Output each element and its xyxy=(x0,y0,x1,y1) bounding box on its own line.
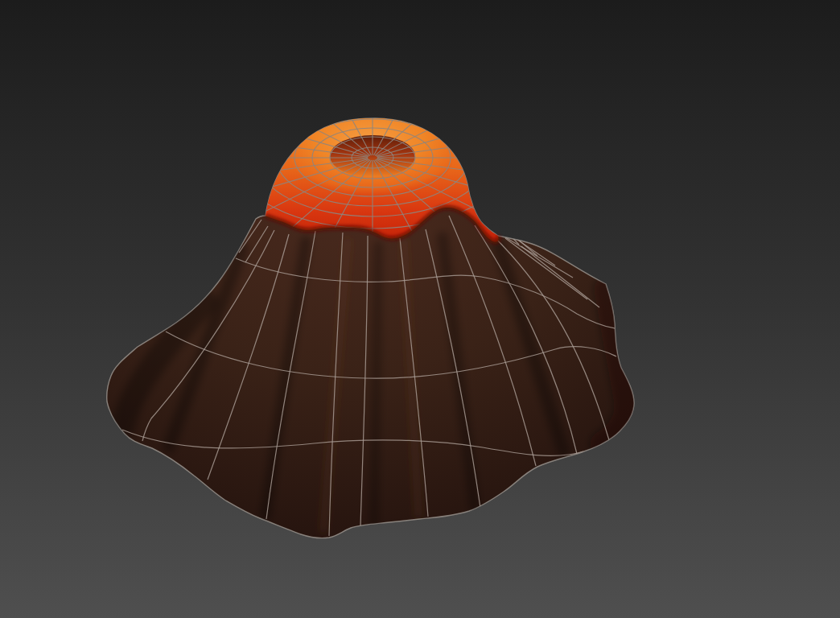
rock-shading-streak xyxy=(374,245,378,523)
viewport-3d[interactable] xyxy=(0,0,840,618)
viewport-canvas[interactable] xyxy=(0,0,840,618)
